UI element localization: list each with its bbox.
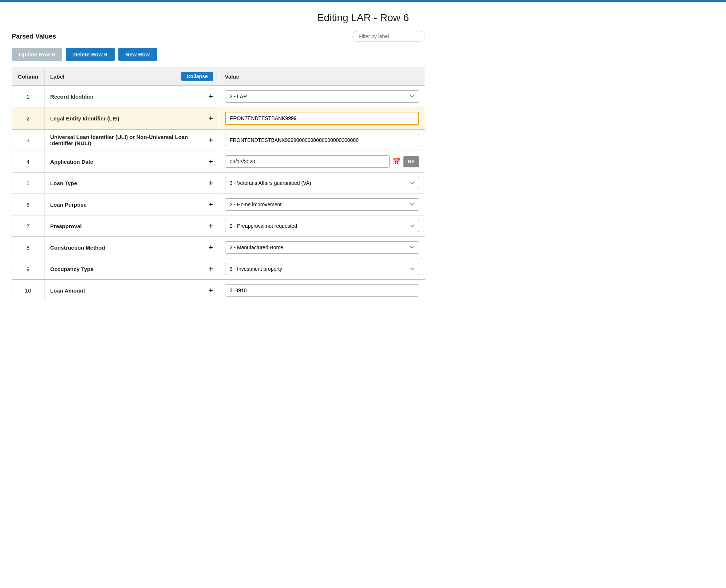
cell-value: 2 - Preapproval not requested [219,215,425,237]
table-header-row: Column Label Collapse Value [12,67,425,86]
table-row: 10Loan Amount+ [12,280,425,301]
add-field-icon[interactable]: + [209,265,213,273]
cell-label: Legal Entity Identifier (LEI)+ [44,107,219,130]
page-title: Editing LAR - Row 6 [0,2,726,31]
cell-column-num: 9 [12,258,44,280]
button-row: Update Row 6 Delete Row 6 New Row [12,48,425,61]
cell-column-num: 8 [12,237,44,258]
label-text: Preapproval [50,223,82,229]
collapse-button[interactable]: Collapse [181,72,213,81]
table-row: 1Record Identifier+2 - LAR [12,86,425,107]
cell-value [219,130,425,151]
add-field-icon[interactable]: + [209,158,213,166]
cell-label: Loan Purpose+ [44,194,219,215]
add-field-icon[interactable]: + [209,200,213,209]
value-select[interactable]: 3 - Investment property [225,263,419,275]
cell-label: Loan Type+ [44,172,219,194]
table-row: 6Loan Purpose+2 - Home improvement [12,194,425,215]
label-text: Construction Method [50,245,105,251]
cell-value: 3 - Investment property [219,258,425,280]
label-text: Universal Loan Identifier (ULI) or Non-U… [50,134,209,146]
cell-label: Application Date+ [44,151,219,172]
cell-column-num: 5 [12,172,44,194]
value-select[interactable]: 2 - LAR [225,90,419,103]
cell-column-num: 3 [12,130,44,151]
table-row: 8Construction Method+2 - Manufactured Ho… [12,237,425,258]
cell-label: Preapproval+ [44,215,219,237]
label-text: Record Identifier [50,94,94,100]
content-area: Parsed Values Update Row 6 Delete Row 6 … [0,31,437,313]
label-text: Loan Purpose [50,202,87,208]
add-field-icon[interactable]: + [209,243,213,252]
cell-value [219,107,425,130]
calendar-icon: 📅 [392,158,401,166]
table-row: 4Application Date+📅NA [12,151,425,172]
label-text: Legal Entity Identifier (LEI) [50,115,119,122]
cell-column-num: 10 [12,280,44,301]
cell-value: 2 - Home improvement [219,194,425,215]
value-select[interactable]: 2 - Home improvement [225,198,419,211]
add-field-icon[interactable]: + [209,92,213,101]
cell-value: 2 - LAR [219,86,425,107]
table-row: 2Legal Entity Identifier (LEI)+ [12,107,425,130]
cell-column-num: 7 [12,215,44,237]
label-text: Application Date [50,159,93,165]
value-input[interactable] [225,284,419,297]
cell-column-num: 6 [12,194,44,215]
value-input[interactable] [225,134,419,146]
update-row-button[interactable]: Update Row 6 [12,48,62,61]
table-row: 7Preapproval+2 - Preapproval not request… [12,215,425,237]
cell-label: Universal Loan Identifier (ULI) or Non-U… [44,130,219,151]
table-row: 3Universal Loan Identifier (ULI) or Non-… [12,130,425,151]
cell-column-num: 1 [12,86,44,107]
label-text: Loan Amount [50,287,85,294]
col-header-value: Value [219,67,425,86]
value-select[interactable]: 3 - Veterans Affairs guaranteed (VA) [225,177,419,189]
cell-column-num: 4 [12,151,44,172]
col-header-column: Column [12,67,44,86]
add-field-icon[interactable]: + [209,179,213,187]
delete-row-button[interactable]: Delete Row 6 [66,48,114,61]
cell-value: 3 - Veterans Affairs guaranteed (VA) [219,172,425,194]
cell-value: 📅NA [219,151,425,172]
section-label: Parsed Values [12,33,56,40]
add-field-icon[interactable]: + [209,286,213,295]
cell-column-num: 2 [12,107,44,130]
cell-value: 2 - Manufactured Home [219,237,425,258]
label-text: Loan Type [50,180,77,186]
add-field-icon[interactable]: + [209,114,213,123]
value-select[interactable]: 2 - Manufactured Home [225,241,419,254]
cell-label: Record Identifier+ [44,86,219,107]
lar-table: Column Label Collapse Value 1Record Iden… [12,67,425,301]
value-select[interactable]: 2 - Preapproval not requested [225,220,419,232]
label-text: Occupancy Type [50,266,94,272]
col-header-label: Label Collapse [44,67,219,86]
table-row: 5Loan Type+3 - Veterans Affairs guarante… [12,172,425,194]
cell-label: Construction Method+ [44,237,219,258]
cell-label: Occupancy Type+ [44,258,219,280]
value-input[interactable] [225,112,419,125]
cell-value [219,280,425,301]
section-header: Parsed Values [12,31,425,42]
date-input[interactable] [225,155,390,168]
new-row-button[interactable]: New Row [118,48,157,61]
filter-input[interactable] [352,31,425,42]
na-button[interactable]: NA [403,156,419,167]
add-field-icon[interactable]: + [209,222,213,230]
add-field-icon[interactable]: + [209,136,213,144]
cell-label: Loan Amount+ [44,280,219,301]
table-row: 9Occupancy Type+3 - Investment property [12,258,425,280]
